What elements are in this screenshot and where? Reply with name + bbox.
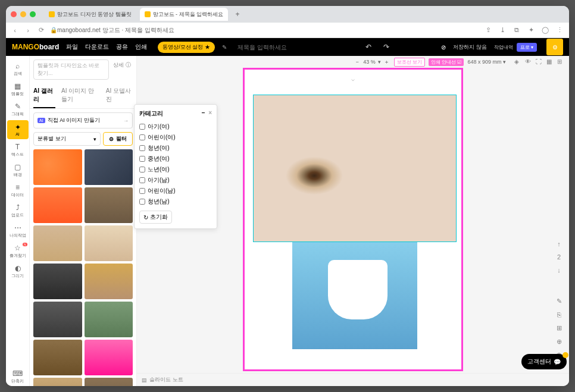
gallery-thumb[interactable] — [33, 187, 82, 223]
maximize-window-icon[interactable] — [30, 11, 36, 17]
share-icon[interactable]: ⇪ — [483, 26, 493, 35]
eye-icon[interactable]: 👁 — [525, 58, 532, 65]
window-controls[interactable] — [11, 11, 36, 17]
checkbox[interactable] — [139, 124, 145, 130]
gallery-thumb[interactable] — [85, 264, 133, 299]
nav-background[interactable]: ▢배경 — [7, 161, 29, 180]
edit-icon[interactable]: ✎ — [557, 297, 562, 305]
gallery-thumb[interactable] — [33, 264, 82, 299]
copy-icon[interactable]: ⎘ — [557, 311, 561, 318]
zoom-in-button[interactable]: ＋ — [383, 58, 390, 66]
checkbox[interactable] — [139, 167, 145, 173]
gallery-thumb[interactable] — [33, 149, 82, 185]
gallery-thumb[interactable] — [85, 149, 133, 185]
browser-tab-active[interactable]: 망고보드 - 제목을 입력하세요 — [140, 8, 229, 21]
help-button[interactable]: 고객센터 💬 — [521, 354, 567, 369]
collapse-icon[interactable]: − — [202, 109, 205, 116]
menu-file[interactable]: 파일 — [66, 43, 78, 51]
layout-icon[interactable]: ⊞ — [557, 324, 562, 332]
menu-download[interactable]: 다운로드 — [85, 43, 109, 51]
title-input[interactable] — [238, 44, 313, 51]
zoom-out-button[interactable]: − — [354, 59, 361, 65]
checkbox[interactable] — [139, 134, 145, 140]
tab-ai-gallery[interactable]: AI 갤러리 — [33, 83, 55, 108]
new-tab-button[interactable]: + — [232, 10, 243, 18]
edit-title-icon[interactable]: ✎ — [222, 44, 227, 51]
checkbox[interactable] — [139, 199, 145, 205]
url-field[interactable]: 🔒mangoboard.net 망고드 · 제목을 입력하세요 — [50, 26, 479, 35]
slide-note-bar[interactable]: ▤ 슬라이드 노트 — [137, 373, 569, 386]
gallery-thumb[interactable] — [85, 340, 133, 375]
crop-icon[interactable]: ⛶ — [536, 58, 543, 65]
layers-icon[interactable]: ◈ — [514, 58, 521, 65]
back-button[interactable]: ‹ — [11, 26, 19, 35]
move-down-button[interactable]: ↓ — [557, 266, 561, 274]
gallery-thumb[interactable] — [33, 340, 82, 375]
undo-button[interactable]: ↶ — [365, 43, 371, 51]
filter-option[interactable]: 노년(여) — [139, 164, 212, 175]
guide-toggle[interactable]: 보조선 보기 — [394, 58, 425, 67]
gallery-thumb[interactable] — [85, 378, 133, 386]
settings-button[interactable]: ⚙ — [546, 39, 563, 55]
gallery-thumb[interactable] — [85, 302, 133, 337]
tab-ai-model[interactable]: AI 모델사진 — [106, 83, 133, 108]
move-up-button[interactable]: ↑ — [557, 240, 561, 247]
grid-icon[interactable]: ▦ — [546, 58, 554, 65]
nav-shortcuts[interactable]: ⌨단축키 — [7, 367, 29, 386]
checkbox[interactable] — [139, 156, 145, 162]
print-guide-toggle[interactable]: 인쇄 안내선 ☑ — [429, 58, 464, 66]
reload-button[interactable]: ⟳ — [37, 26, 45, 35]
filter-option[interactable]: 아기(여) — [139, 121, 212, 132]
selected-image[interactable] — [253, 95, 457, 242]
nav-mywork[interactable]: ⋯나의작업 — [7, 221, 29, 240]
copy-icon[interactable]: ⧉ — [512, 26, 521, 35]
canvas-image[interactable] — [292, 242, 417, 349]
nav-text[interactable]: T텍스트 — [7, 140, 29, 159]
ai-generate-button[interactable]: AI 직접 AI 이미지 만들기 → — [33, 112, 133, 128]
checkbox[interactable] — [139, 188, 145, 194]
menu-icon[interactable]: ⋮ — [555, 26, 564, 35]
nav-data[interactable]: ≡데이터 — [7, 181, 29, 200]
nav-ai[interactable]: ✦AI — [7, 120, 29, 139]
filter-option[interactable]: 청년(여) — [139, 143, 212, 153]
logo[interactable]: MANGOboard — [12, 43, 59, 51]
detail-button[interactable]: 상세 ⓘ — [111, 59, 133, 80]
forward-button[interactable]: › — [24, 26, 32, 35]
nav-graphic[interactable]: ✎그래픽 — [7, 100, 29, 119]
tab-ai-generate[interactable]: AI 이미지 만들기 — [61, 83, 100, 108]
nav-draw[interactable]: ◐그리기 — [7, 262, 29, 281]
reset-button[interactable]: ↻초기화 — [139, 211, 172, 224]
sort-dropdown[interactable]: 분류별 보기▾ — [33, 132, 101, 146]
gallery-thumb[interactable] — [85, 187, 133, 223]
profile-icon[interactable]: ◯ — [540, 26, 550, 35]
checkbox[interactable] — [139, 177, 145, 183]
filter-option[interactable]: 아기(남) — [139, 175, 212, 186]
user-box[interactable]: 작업내역 프로 ▾ — [494, 43, 537, 52]
minimize-window-icon[interactable] — [20, 11, 26, 17]
nav-search[interactable]: ⌕검색 — [7, 59, 29, 79]
redo-button[interactable]: ↷ — [383, 43, 389, 51]
browser-tab[interactable]: 망고보드 디자인 동영상 템플릿 — [44, 8, 136, 21]
checkbox[interactable] — [139, 145, 145, 151]
zoom-level[interactable]: 43 % — [363, 59, 376, 65]
nav-template[interactable]: ▦템플릿 — [7, 80, 29, 99]
filter-option[interactable]: 중년(여) — [139, 153, 212, 164]
close-icon[interactable]: × — [208, 109, 212, 116]
pro-badge[interactable]: 프로 ▾ — [517, 43, 537, 52]
motion-settings-button[interactable]: 동영상/모션 설정 — [158, 42, 215, 53]
search-input[interactable]: 템플릿과 디자인요소 바로 찾기... — [33, 59, 109, 80]
menu-print[interactable]: 인쇄 — [135, 43, 147, 51]
gallery-thumb[interactable] — [33, 302, 82, 337]
menu-share[interactable]: 공유 — [116, 43, 128, 51]
filter-option[interactable]: 어린이(여) — [139, 132, 212, 143]
download-icon[interactable]: ⤓ — [498, 26, 507, 35]
extension-icon[interactable]: ✦ — [526, 26, 536, 35]
nav-upload[interactable]: ⤴업로드 — [7, 201, 29, 220]
gallery-thumb[interactable] — [85, 225, 133, 261]
filter-button[interactable]: ⚙필터 — [103, 132, 133, 146]
canvas-dimensions[interactable]: 648 x 909 mm ▾ — [467, 59, 506, 65]
view-icon[interactable]: ⊞ — [557, 58, 564, 65]
add-page-icon[interactable]: ⊕ — [557, 338, 562, 346]
nav-favorites[interactable]: ☆즐겨찾기 — [7, 242, 29, 261]
gallery-thumb[interactable] — [33, 225, 82, 261]
